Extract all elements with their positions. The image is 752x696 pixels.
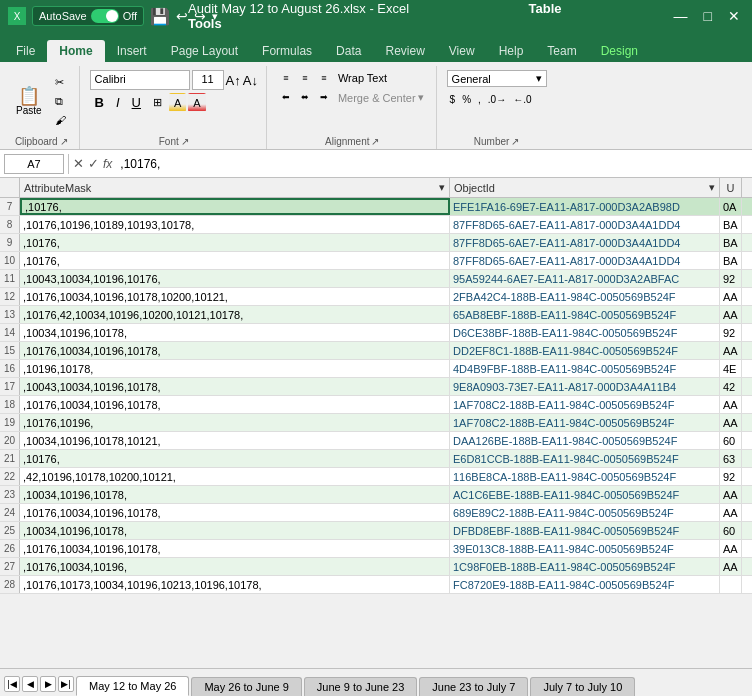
italic-button[interactable]: I <box>111 93 125 112</box>
clipboard-expand-icon[interactable]: ↗ <box>60 136 68 147</box>
cell-extra[interactable]: 92 <box>720 270 742 287</box>
table-row[interactable]: 26,10176,10034,10196,10178,39E013C8-188B… <box>0 540 752 558</box>
cell-extra[interactable]: AA <box>720 288 742 305</box>
cell-attribute-mask[interactable]: ,10176,10034,10196, <box>20 558 450 575</box>
cell-object-id[interactable]: 2FBA42C4-188B-EA11-984C-0050569B524F <box>450 288 720 305</box>
cell-object-id[interactable]: E6D81CCB-188B-EA11-984C-0050569B524F <box>450 450 720 467</box>
comma-btn[interactable]: , <box>475 92 484 107</box>
font-size-increase[interactable]: A↑ <box>226 73 241 88</box>
cell-extra[interactable]: AA <box>720 486 742 503</box>
cell-attribute-mask[interactable]: ,10043,10034,10196,10176, <box>20 270 450 287</box>
cell-object-id[interactable]: EFE1FA16-69E7-EA11-A817-000D3A2AB98D <box>450 198 720 215</box>
minimize-btn[interactable]: — <box>670 8 692 24</box>
save-icon[interactable]: 💾 <box>150 7 170 26</box>
tab-home[interactable]: Home <box>47 40 104 62</box>
cell-attribute-mask[interactable]: ,10196,10178, <box>20 360 450 377</box>
sheet-tab-4[interactable]: July 7 to July 10 <box>530 677 635 696</box>
number-format-box[interactable]: General ▾ <box>447 70 547 87</box>
font-color-button[interactable]: A <box>188 93 205 112</box>
sheet-last-btn[interactable]: ▶| <box>58 676 74 692</box>
align-top-right[interactable]: ≡ <box>315 70 333 86</box>
cell-attribute-mask[interactable]: ,10176,10196,10189,10193,10178, <box>20 216 450 233</box>
cell-object-id[interactable]: 87FF8D65-6AE7-EA11-A817-000D3A4A1DD4 <box>450 252 720 269</box>
col-b-filter[interactable]: ▾ <box>709 181 715 194</box>
accounting-btn[interactable]: $ <box>447 92 459 107</box>
cell-attribute-mask[interactable]: ,10176,10034,10196,10178, <box>20 504 450 521</box>
cell-object-id[interactable]: DD2EF8C1-188B-EA11-984C-0050569B524F <box>450 342 720 359</box>
font-size-box[interactable]: 11 <box>192 70 224 90</box>
sheet-tab-2[interactable]: June 9 to June 23 <box>304 677 417 696</box>
cell-object-id[interactable]: DFBD8EBF-188B-EA11-984C-0050569B524F <box>450 522 720 539</box>
table-row[interactable]: 16,10196,10178,4D4B9FBF-188B-EA11-984C-0… <box>0 360 752 378</box>
table-row[interactable]: 24,10176,10034,10196,10178,689E89C2-188B… <box>0 504 752 522</box>
tab-help[interactable]: Help <box>487 40 536 62</box>
tab-data[interactable]: Data <box>324 40 373 62</box>
table-row[interactable]: 11,10043,10034,10196,10176,95A59244-6AE7… <box>0 270 752 288</box>
cell-extra[interactable]: AA <box>720 342 742 359</box>
cell-extra[interactable]: AA <box>720 558 742 575</box>
bold-button[interactable]: B <box>90 93 109 112</box>
paste-button[interactable]: 📋 Paste <box>12 85 46 118</box>
cell-object-id[interactable]: AC1C6EBE-188B-EA11-984C-0050569B524F <box>450 486 720 503</box>
wrap-text-button[interactable]: Wrap Text <box>334 70 391 86</box>
cell-extra[interactable]: AA <box>720 504 742 521</box>
increase-decimal-btn[interactable]: .0→ <box>485 92 509 107</box>
number-format-dropdown[interactable]: ▾ <box>536 72 542 85</box>
number-expand-icon[interactable]: ↗ <box>511 136 519 147</box>
table-row[interactable]: 14,10034,10196,10178,D6CE38BF-188B-EA11-… <box>0 324 752 342</box>
copy-button[interactable]: ⧉ <box>50 93 71 110</box>
cell-extra[interactable]: 4E <box>720 360 742 377</box>
cell-attribute-mask[interactable]: ,10176,10034,10196,10178,10200,10121, <box>20 288 450 305</box>
cell-object-id[interactable]: 95A59244-6AE7-EA11-A817-000D3A2ABFAC <box>450 270 720 287</box>
table-row[interactable]: 13,10176,42,10034,10196,10200,10121,1017… <box>0 306 752 324</box>
sheet-tab-0[interactable]: May 12 to May 26 <box>76 676 189 696</box>
cell-object-id[interactable]: 9E8A0903-73E7-EA11-A817-000D3A4A11B4 <box>450 378 720 395</box>
tab-design[interactable]: Design <box>589 40 650 62</box>
decrease-decimal-btn[interactable]: ←.0 <box>510 92 534 107</box>
sheet-next-btn[interactable]: ▶ <box>40 676 56 692</box>
cell-attribute-mask[interactable]: ,10043,10034,10196,10178, <box>20 378 450 395</box>
close-btn[interactable]: ✕ <box>724 8 744 24</box>
tab-insert[interactable]: Insert <box>105 40 159 62</box>
cell-object-id[interactable]: 87FF8D65-6AE7-EA11-A817-000D3A4A1DD4 <box>450 216 720 233</box>
cell-extra[interactable]: 60 <box>720 432 742 449</box>
fill-color-button[interactable]: A <box>169 93 186 112</box>
table-row[interactable]: 21,10176,E6D81CCB-188B-EA11-984C-0050569… <box>0 450 752 468</box>
col-header-b[interactable]: ObjectId ▾ <box>450 178 720 197</box>
tab-team[interactable]: Team <box>535 40 588 62</box>
align-right[interactable]: ➡ <box>315 89 333 105</box>
cell-extra[interactable]: 42 <box>720 378 742 395</box>
cell-attribute-mask[interactable]: ,10176,10034,10196,10178, <box>20 540 450 557</box>
cell-extra[interactable]: 0A <box>720 198 742 215</box>
cell-attribute-mask[interactable]: ,10176,10173,10034,10196,10213,10196,101… <box>20 576 450 593</box>
table-row[interactable]: 20,10034,10196,10178,10121,DAA126BE-188B… <box>0 432 752 450</box>
cell-attribute-mask[interactable]: ,10176, <box>20 252 450 269</box>
cell-object-id[interactable]: DAA126BE-188B-EA11-984C-0050569B524F <box>450 432 720 449</box>
cut-button[interactable]: ✂ <box>50 74 71 91</box>
cell-extra[interactable]: BA <box>720 252 742 269</box>
col-header-a[interactable]: AttributeMask ▾ <box>20 178 450 197</box>
cell-extra[interactable]: 60 <box>720 522 742 539</box>
autosave-toggle[interactable] <box>91 9 119 23</box>
cell-object-id[interactable]: FC8720E9-188B-EA11-984C-0050569B524F <box>450 576 720 593</box>
cell-object-id[interactable]: 1C98F0EB-188B-EA11-984C-0050569B524F <box>450 558 720 575</box>
cell-attribute-mask[interactable]: ,10176, <box>20 234 450 251</box>
font-size-decrease[interactable]: A↓ <box>243 73 258 88</box>
align-top-center[interactable]: ≡ <box>296 70 314 86</box>
cell-object-id[interactable]: D6CE38BF-188B-EA11-984C-0050569B524F <box>450 324 720 341</box>
table-row[interactable]: 23,10034,10196,10178,AC1C6EBE-188B-EA11-… <box>0 486 752 504</box>
cell-attribute-mask[interactable]: ,42,10196,10178,10200,10121, <box>20 468 450 485</box>
cell-attribute-mask[interactable]: ,10034,10196,10178, <box>20 486 450 503</box>
tab-file[interactable]: File <box>4 40 47 62</box>
table-row[interactable]: 15,10176,10034,10196,10178,DD2EF8C1-188B… <box>0 342 752 360</box>
table-row[interactable]: 22,42,10196,10178,10200,10121,116BE8CA-1… <box>0 468 752 486</box>
tab-view[interactable]: View <box>437 40 487 62</box>
cell-attribute-mask[interactable]: ,10176,42,10034,10196,10200,10121,10178, <box>20 306 450 323</box>
borders-button[interactable]: ⊞ <box>148 93 167 112</box>
sheet-prev-btn[interactable]: ◀ <box>22 676 38 692</box>
cell-object-id[interactable]: 4D4B9FBF-188B-EA11-984C-0050569B524F <box>450 360 720 377</box>
table-row[interactable]: 25,10034,10196,10178,DFBD8EBF-188B-EA11-… <box>0 522 752 540</box>
tab-page-layout[interactable]: Page Layout <box>159 40 250 62</box>
cell-extra[interactable]: AA <box>720 540 742 557</box>
cell-extra[interactable]: BA <box>720 234 742 251</box>
